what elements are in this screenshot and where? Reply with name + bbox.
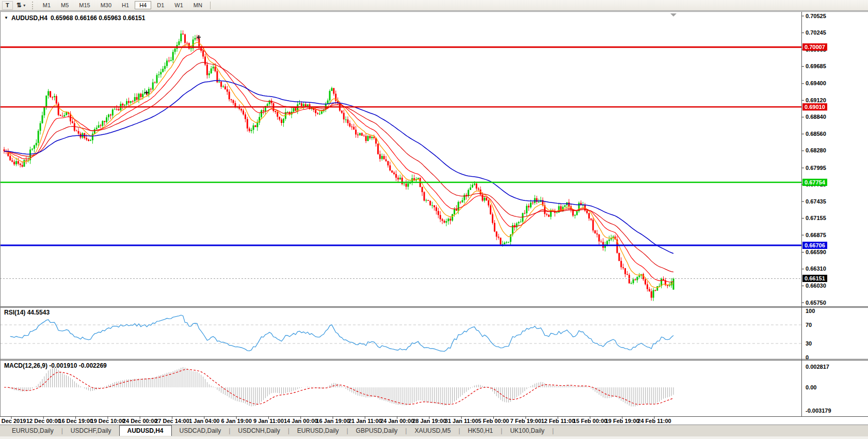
arrows-icon: ⇅ (17, 2, 22, 9)
time-tick-label: 19 Dec 10:00 (91, 418, 125, 424)
timeframe-button-m5[interactable]: M5 (56, 1, 73, 9)
price-tick-label: 0.68280 (806, 147, 826, 153)
chart-tab-uk100-daily[interactable]: UK100,Daily (502, 425, 552, 436)
time-tick-label: 16 Jan 19:00 (316, 418, 349, 424)
dropdown-caret-icon: ▼ (23, 4, 26, 7)
rsi-label: RSI(14) 44.5543 (4, 309, 50, 316)
toolbar: T ⇅ ▼ M1M5M15M30H1H4D1W1MN (0, 0, 868, 11)
collapse-triangle-icon[interactable]: ▼ (4, 15, 8, 21)
price-tick-label: 0.68840 (806, 114, 826, 120)
time-tick-label: 31 Jan 11:00 (445, 418, 478, 424)
chart-title-bar: ▼ AUDUSD,H4 0.65968 0.66166 0.65963 0.66… (4, 14, 145, 22)
symbol-timeframe: AUDUSD,H4 (11, 14, 47, 22)
price-tick-label: 0.66310 (806, 265, 826, 272)
timeframe-button-h4[interactable]: H4 (135, 1, 151, 9)
macd-tick-label: -0.003179 (806, 407, 831, 414)
chart-tab-gbpusd-daily[interactable]: GBPUSD,Daily (348, 425, 406, 436)
price-tick-label: 0.67435 (806, 198, 826, 205)
time-tick-label: 24 Jan 00:00 (380, 418, 414, 424)
level-price-label: 0.67754 (802, 179, 827, 186)
level-price-label: 0.70007 (802, 43, 827, 51)
chart-tab-audusd-h4[interactable]: AUDUSD,H4 (119, 425, 172, 436)
macd-tick-label: 0.002817 (806, 364, 829, 370)
rsi-tick-label: 0 (806, 354, 809, 360)
chart-tab-eurusd-daily[interactable]: EURUSD,Daily (4, 425, 61, 436)
timeframe-button-d1[interactable]: D1 (152, 1, 169, 9)
arrows-tool-button[interactable]: ⇅ ▼ (15, 1, 28, 10)
chart-tab-hk50-h1[interactable]: HK50,H1 (460, 425, 501, 436)
price-tick-label: 0.66875 (806, 232, 826, 238)
quote-values: 0.65968 0.66166 0.65963 0.66151 (51, 14, 146, 22)
level-price-label: 0.66706 (802, 242, 827, 249)
timeframe-button-m30[interactable]: M30 (96, 1, 116, 9)
price-tick-label: 0.69685 (806, 63, 826, 69)
time-tick-label: 15 Feb 00:00 (573, 418, 607, 424)
timeframe-button-m15[interactable]: M15 (74, 1, 94, 9)
price-tick-label: 0.69120 (806, 97, 826, 103)
time-tick-label: 7 Feb 19:00 (510, 418, 541, 424)
text-tool-button[interactable]: T (2, 1, 13, 10)
timeframe-button-group: M1M5M15M30H1H4D1W1MN (38, 0, 207, 11)
time-tick-label: 24 Feb 11:00 (637, 418, 671, 424)
time-tick-label: 16 Dec 19:00 (58, 418, 93, 424)
rsi-tick-label: 30 (806, 340, 812, 347)
time-tick-label: 5 Feb 00:00 (478, 418, 509, 424)
toolbar-separator (210, 2, 211, 9)
chart-tab-xauusd-m5[interactable]: XAUUSD,M5 (407, 425, 458, 436)
timeframe-button-w1[interactable]: W1 (170, 1, 188, 9)
chart-tab-usdcnh-daily[interactable]: USDCNH,Daily (230, 425, 287, 436)
rsi-tick-label: 100 (806, 308, 815, 314)
toolbar-grip (32, 2, 35, 9)
time-tick-label: 12 Feb 11:00 (541, 418, 574, 424)
time-tick-label: 24 Dec 00:00 (123, 418, 157, 424)
time-tick-label: 19 Feb 19:00 (605, 418, 639, 424)
time-tick-label: 9 Dec 2019 (0, 418, 26, 424)
price-tick-label: 0.66590 (806, 249, 826, 255)
price-tick-label: 0.67995 (806, 165, 826, 171)
time-tick-label: 28 Jan 19:00 (412, 418, 446, 424)
level-price-label: 0.66151 (802, 275, 827, 282)
time-tick-label: 14 Jan 00:00 (284, 418, 317, 424)
timeframe-button-m1[interactable]: M1 (38, 1, 55, 9)
time-tick-label: 9 Jan 11:00 (253, 418, 284, 424)
price-tick-label: 0.65750 (806, 300, 826, 306)
price-tick-label: 0.68560 (806, 131, 826, 137)
chart-tab-usdcad-daily[interactable]: USDCAD,Daily (172, 425, 229, 436)
time-tick-label: 1 Jan 04:00 (189, 418, 219, 424)
price-tick-label: 0.70245 (806, 29, 826, 36)
chart-tab-usdchf-daily[interactable]: USDCHF,Daily (63, 425, 119, 436)
chart-tab-bar: EURUSD,Daily|USDCHF,DailyAUDUSD,H4USDCAD… (0, 425, 868, 439)
time-tick-label: 21 Jan 11:00 (348, 418, 382, 424)
chart-tab-eurusd-daily[interactable]: EURUSD,Daily (290, 425, 347, 436)
level-price-label: 0.69010 (802, 103, 827, 111)
time-tick-label: 27 Dec 14:00 (155, 418, 189, 424)
time-tick-label: 12 Dec 00:00 (26, 418, 61, 424)
price-tick-label: 0.66030 (806, 283, 826, 289)
timeframe-button-mn[interactable]: MN (189, 1, 207, 9)
tab-separator: | (552, 425, 554, 436)
time-tick-label: 6 Jan 19:00 (221, 418, 251, 424)
price-tick-label: 0.67155 (806, 215, 826, 221)
price-tick-label: 0.70525 (806, 13, 826, 19)
rsi-tick-label: 70 (806, 322, 812, 328)
timeframe-button-h1[interactable]: H1 (117, 1, 134, 9)
macd-label: MACD(12,26,9) -0.001910 -0.002269 (4, 362, 107, 369)
macd-tick-label: 0.00 (806, 384, 816, 390)
price-tick-label: 0.69400 (806, 80, 826, 86)
